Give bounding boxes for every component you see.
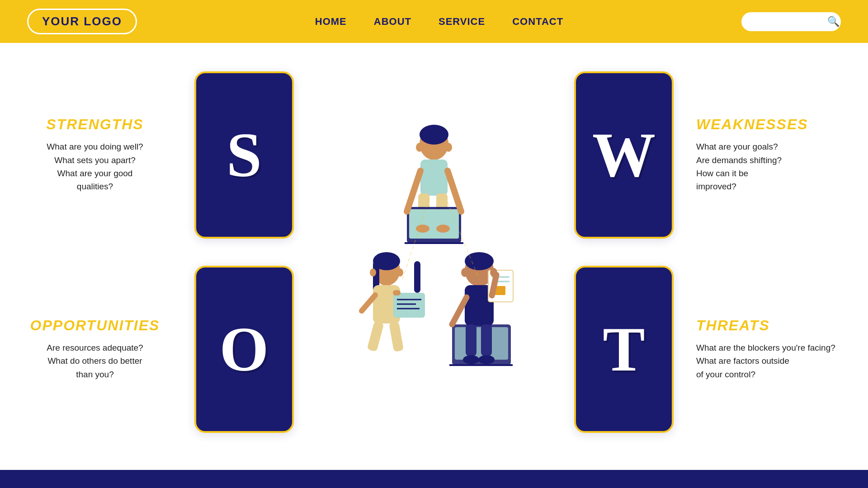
- weaknesses-box: W: [574, 71, 674, 239]
- svg-rect-18: [389, 321, 404, 352]
- search-icon: 🔍: [827, 16, 840, 28]
- strengths-letter: S: [226, 123, 262, 187]
- center-illustration: [307, 58, 561, 446]
- opportunities-letter: O: [220, 318, 269, 381]
- nav-contact[interactable]: CONTACT: [512, 16, 563, 28]
- nav-home[interactable]: HOME: [315, 16, 347, 28]
- strengths-title: STRENGTHS: [46, 116, 143, 133]
- svg-point-28: [465, 252, 494, 270]
- swot-grid: STRENGTHS What are you doing well?What s…: [9, 58, 859, 446]
- svg-rect-19: [393, 293, 425, 318]
- strengths-section: STRENGTHS What are you doing well?What s…: [9, 58, 181, 252]
- weaknesses-title: WEAKNESSES: [696, 116, 808, 133]
- opportunities-desc: Are resources adequate?What do others do…: [47, 341, 143, 381]
- svg-point-44: [490, 268, 497, 277]
- svg-rect-37: [466, 324, 476, 356]
- svg-point-43: [461, 268, 468, 277]
- svg-point-26: [397, 268, 403, 277]
- threats-desc: What are the blockers you're facing?What…: [696, 341, 835, 381]
- weaknesses-letter: W: [592, 123, 656, 187]
- svg-point-46: [436, 225, 450, 233]
- nav-service[interactable]: SERVICE: [439, 16, 485, 28]
- svg-rect-15: [414, 261, 420, 293]
- strengths-box: S: [194, 71, 294, 239]
- svg-point-4: [420, 125, 448, 145]
- logo: YOUR LOGO: [27, 9, 137, 34]
- svg-line-41: [452, 297, 467, 324]
- search-bar[interactable]: 🔍: [741, 12, 841, 31]
- svg-rect-38: [481, 324, 492, 356]
- opportunities-section: OPPORTUNITIES Are resources adequate?Wha…: [9, 252, 181, 446]
- swot-illustration: [316, 99, 552, 406]
- weaknesses-section: WEAKNESSES What are your goals?Are deman…: [687, 58, 859, 252]
- search-input[interactable]: [750, 17, 823, 26]
- svg-line-9: [448, 171, 461, 211]
- svg-point-45: [416, 225, 429, 233]
- opportunities-box: O: [194, 266, 294, 433]
- svg-rect-17: [367, 321, 384, 352]
- svg-point-39: [463, 355, 479, 364]
- svg-point-25: [370, 268, 376, 277]
- main-content: STRENGTHS What are you doing well?What s…: [0, 43, 868, 470]
- strengths-desc: What are you doing well?What sets you ap…: [47, 140, 143, 193]
- svg-point-40: [478, 355, 495, 364]
- threats-letter: T: [603, 318, 645, 381]
- bottom-bar: [0, 470, 868, 488]
- nav-about[interactable]: ABOUT: [374, 16, 411, 28]
- threats-section: THREATS What are the blockers you're fac…: [687, 252, 859, 446]
- navbar: YOUR LOGO HOME ABOUT SERVICE CONTACT 🔍: [0, 0, 868, 43]
- threats-title: THREATS: [696, 317, 770, 334]
- opportunities-title: OPPORTUNITIES: [30, 317, 160, 334]
- threats-box: T: [574, 266, 674, 433]
- svg-rect-1: [420, 160, 448, 196]
- nav-links: HOME ABOUT SERVICE CONTACT: [315, 16, 563, 28]
- weaknesses-desc: What are your goals?Are demands shifting…: [696, 140, 782, 193]
- svg-rect-6: [409, 209, 459, 239]
- svg-point-10: [416, 143, 423, 152]
- svg-point-11: [445, 143, 452, 152]
